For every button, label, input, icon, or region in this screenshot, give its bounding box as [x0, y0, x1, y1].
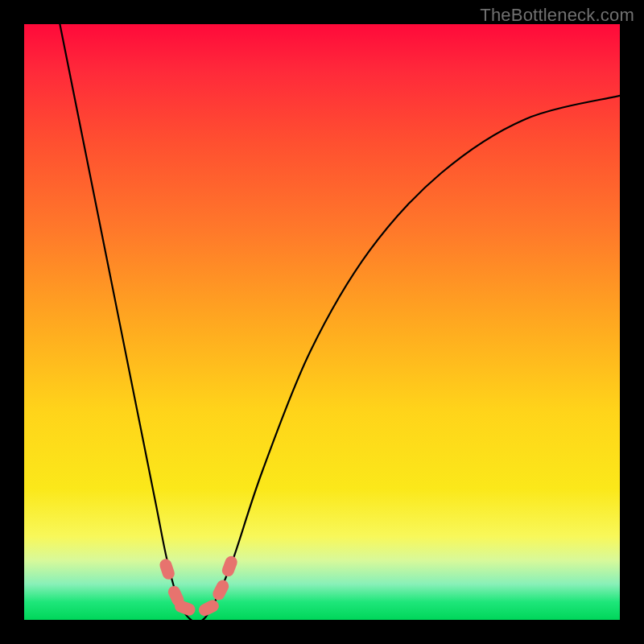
- marker-pill: [158, 557, 175, 580]
- curve-markers: [158, 555, 239, 618]
- marker-pill: [221, 555, 239, 579]
- curve-layer: [24, 24, 620, 620]
- marker-pill: [196, 598, 221, 618]
- chart-frame: TheBottleneck.com: [0, 0, 644, 644]
- plot-area: [24, 24, 620, 620]
- marker-pill: [211, 578, 231, 602]
- watermark-text: TheBottleneck.com: [480, 5, 634, 26]
- bottleneck-curve: [60, 24, 620, 620]
